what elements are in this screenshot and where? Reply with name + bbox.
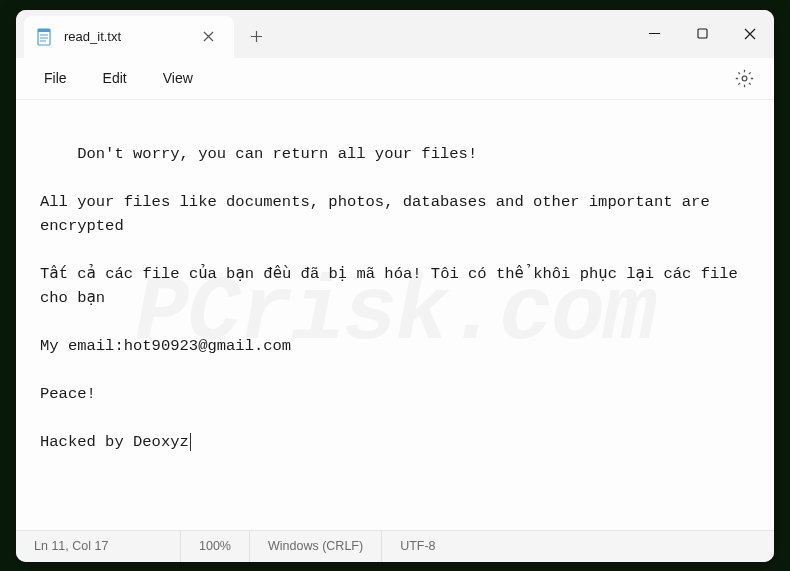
notepad-window: read_it.txt File Edit View: [16, 10, 774, 562]
svg-rect-1: [38, 29, 50, 32]
window-controls: [630, 10, 774, 58]
content-line: Hacked by Deoxyz: [40, 433, 189, 451]
menu-edit[interactable]: Edit: [87, 64, 143, 92]
tab-close-button[interactable]: [194, 23, 222, 51]
text-cursor: [190, 433, 191, 451]
content-line: Peace!: [40, 385, 96, 403]
content-line: Tất cả các file của bạn đều đã bị mã hóa…: [40, 265, 747, 307]
menu-view[interactable]: View: [147, 64, 209, 92]
content-line: Don't worry, you can return all your fil…: [77, 145, 477, 163]
svg-point-7: [742, 76, 747, 81]
titlebar: read_it.txt: [16, 10, 774, 58]
content-line: All your files like documents, photos, d…: [40, 193, 719, 235]
status-encoding[interactable]: UTF-8: [382, 531, 453, 562]
statusbar: Ln 11, Col 17 100% Windows (CRLF) UTF-8: [16, 530, 774, 562]
notepad-icon: [36, 27, 54, 47]
new-tab-button[interactable]: [234, 16, 278, 58]
status-position[interactable]: Ln 11, Col 17: [16, 531, 181, 562]
menu-file[interactable]: File: [28, 64, 83, 92]
settings-button[interactable]: [726, 60, 762, 96]
status-zoom[interactable]: 100%: [181, 531, 250, 562]
maximize-button[interactable]: [678, 10, 726, 58]
status-line-ending[interactable]: Windows (CRLF): [250, 531, 382, 562]
tab-title: read_it.txt: [64, 29, 184, 44]
file-tab[interactable]: read_it.txt: [24, 16, 234, 58]
text-editor-area[interactable]: PCrisk.comDon't worry, you can return al…: [16, 100, 774, 530]
menubar: File Edit View: [16, 58, 774, 100]
minimize-button[interactable]: [630, 10, 678, 58]
content-line: My email:hot90923@gmail.com: [40, 337, 291, 355]
close-button[interactable]: [726, 10, 774, 58]
svg-rect-6: [698, 29, 707, 38]
